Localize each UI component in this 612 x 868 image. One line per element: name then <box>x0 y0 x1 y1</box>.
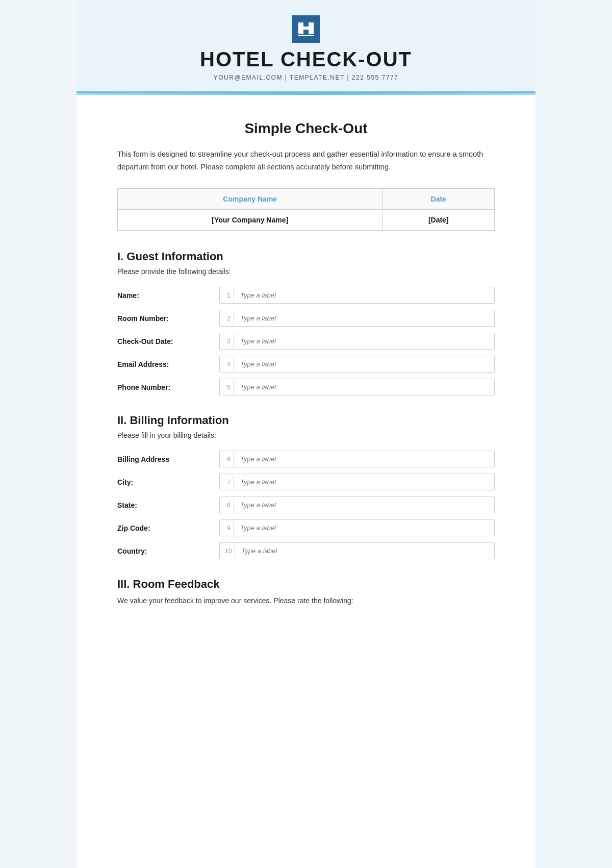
input-wrapper-billing-address: 6 <box>219 451 495 467</box>
svg-rect-0 <box>298 22 303 34</box>
input-billing-address[interactable] <box>234 451 494 467</box>
input-name[interactable] <box>234 287 494 303</box>
guest-info-heading: I. Guest Information <box>117 250 495 263</box>
field-row-city: City: 7 <box>117 474 495 490</box>
input-number-3: 3 <box>220 334 234 349</box>
input-wrapper-city: 7 <box>219 474 495 490</box>
date-col-header: Date <box>382 189 495 210</box>
feedback-heading: III. Room Feedback <box>117 578 495 591</box>
field-row-name: Name: 1 <box>117 287 495 304</box>
input-number-4: 4 <box>220 357 234 372</box>
input-number-1: 1 <box>220 288 234 303</box>
svg-rect-1 <box>309 22 314 34</box>
input-country[interactable] <box>235 543 494 559</box>
billing-info-desc: Please fill in your billing details: <box>117 431 495 439</box>
label-country: Country: <box>117 547 219 555</box>
input-email[interactable] <box>234 356 494 372</box>
input-zip[interactable] <box>234 520 494 536</box>
hotel-logo-svg <box>297 20 315 38</box>
input-checkout-date[interactable] <box>234 333 494 349</box>
company-col-header: Company Name <box>118 189 382 210</box>
input-number-9: 9 <box>220 520 234 536</box>
input-wrapper-email: 4 <box>219 356 495 373</box>
hotel-title: HOTEL CHECK-OUT <box>76 48 536 71</box>
input-state[interactable] <box>234 497 494 513</box>
input-wrapper-checkout-date: 3 <box>219 333 495 350</box>
input-phone[interactable] <box>234 379 494 395</box>
date-value: [Date] <box>382 210 495 231</box>
billing-info-heading: II. Billing Information <box>117 414 495 427</box>
label-zip: Zip Code: <box>117 524 219 532</box>
field-row-checkout-date: Check-Out Date: 3 <box>117 333 495 350</box>
label-email: Email Address: <box>117 360 219 368</box>
label-state: State: <box>117 501 219 509</box>
field-row-billing-address: Billing Address 6 <box>117 451 495 467</box>
input-wrapper-state: 8 <box>219 497 495 513</box>
main-content: Simple Check-Out This form is designed t… <box>76 95 536 643</box>
form-description: This form is designed to streamline your… <box>117 148 495 173</box>
label-room: Room Number: <box>117 314 219 323</box>
input-number-7: 7 <box>220 475 234 490</box>
header-section: HOTEL CHECK-OUT YOUR@EMAIL.COM | TEMPLAT… <box>76 0 536 93</box>
feedback-desc: We value your feedback to improve our se… <box>117 595 495 607</box>
label-city: City: <box>117 478 219 486</box>
input-number-5: 5 <box>220 380 234 395</box>
label-phone: Phone Number: <box>117 383 219 391</box>
input-wrapper-zip: 9 <box>219 519 495 536</box>
field-row-country: Country: 10 <box>117 542 495 559</box>
input-city[interactable] <box>234 474 494 490</box>
input-number-8: 8 <box>220 498 234 513</box>
field-row-state: State: 8 <box>117 497 495 513</box>
logo-icon <box>292 15 320 43</box>
input-room[interactable] <box>234 310 494 326</box>
svg-rect-3 <box>298 35 314 36</box>
label-checkout-date: Check-Out Date: <box>117 337 219 345</box>
input-wrapper-name: 1 <box>219 287 495 304</box>
field-row-phone: Phone Number: 5 <box>117 379 495 395</box>
page-wrapper: HOTEL CHECK-OUT YOUR@EMAIL.COM | TEMPLAT… <box>76 0 536 868</box>
company-value: [Your Company Name] <box>118 210 382 231</box>
field-row-zip: Zip Code: 9 <box>117 519 495 536</box>
company-date-table: Company Name Date [Your Company Name] [D… <box>117 188 495 231</box>
form-title: Simple Check-Out <box>117 120 495 137</box>
guest-info-desc: Please provide the following details: <box>117 267 495 276</box>
field-row-email: Email Address: 4 <box>117 356 495 373</box>
input-number-6: 6 <box>220 452 234 467</box>
input-number-10: 10 <box>220 543 235 559</box>
input-wrapper-room: 2 <box>219 310 495 327</box>
input-number-2: 2 <box>220 311 234 326</box>
svg-rect-2 <box>303 27 309 30</box>
label-billing-address: Billing Address <box>117 455 219 463</box>
input-wrapper-phone: 5 <box>219 379 495 395</box>
input-wrapper-country: 10 <box>219 542 495 559</box>
header-contact: YOUR@EMAIL.COM | TEMPLATE.NET | 222 555 … <box>76 74 536 81</box>
label-name: Name: <box>117 291 219 300</box>
field-row-room: Room Number: 2 <box>117 310 495 327</box>
